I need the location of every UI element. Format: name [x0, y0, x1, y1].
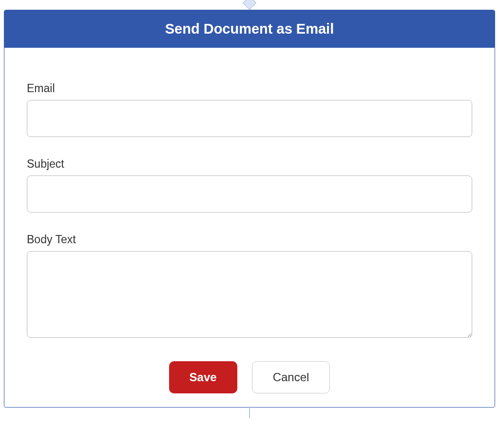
connector-line [249, 407, 250, 418]
body-label: Body Text [27, 233, 472, 246]
save-button[interactable]: Save [169, 361, 237, 393]
cancel-button[interactable]: Cancel [252, 361, 330, 393]
card-header: Send Document as Email [4, 10, 495, 48]
email-label: Email [27, 82, 472, 95]
subject-input[interactable] [27, 175, 472, 213]
card-body: Email Subject Body Text Save Cancel [4, 48, 495, 407]
email-input[interactable] [27, 100, 472, 137]
connector-top [4, 4, 495, 11]
subject-group: Subject [27, 157, 472, 213]
connector-bottom [4, 407, 495, 418]
button-row: Save Cancel [27, 361, 472, 393]
subject-label: Subject [27, 157, 472, 171]
card-title: Send Document as Email [165, 21, 334, 37]
body-group: Body Text [27, 233, 472, 340]
diamond-icon [243, 0, 256, 10]
body-textarea[interactable] [27, 251, 472, 338]
email-group: Email [27, 82, 472, 137]
send-document-card: Send Document as Email Email Subject Bod… [4, 10, 495, 408]
